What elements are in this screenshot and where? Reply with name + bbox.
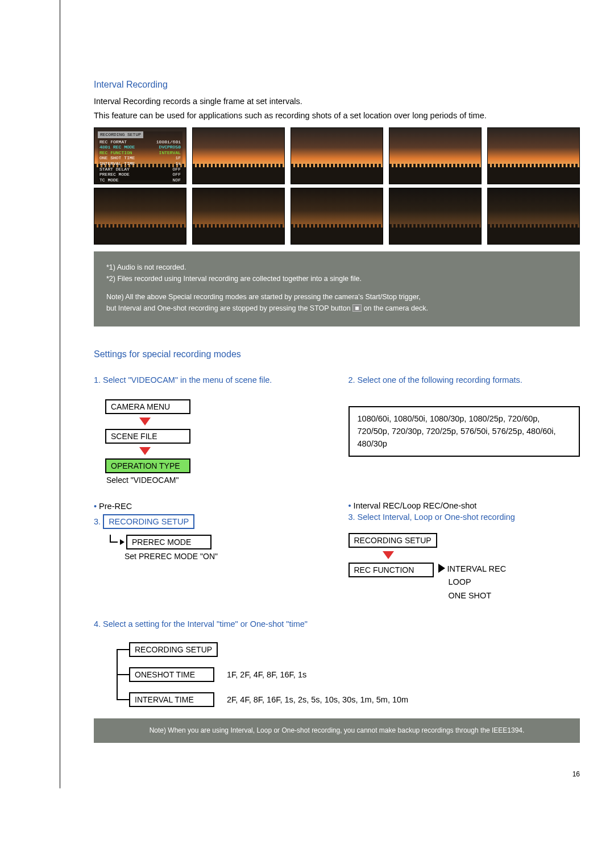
thumb-4 <box>389 127 482 184</box>
box-scene-file: SCENE FILE <box>105 429 190 444</box>
thumb-2 <box>192 127 285 184</box>
step3-bullet: Interval REC/Loop REC/One-shot <box>354 501 477 510</box>
interval-desc-2: This feature can be used for application… <box>94 110 580 122</box>
thumb-10 <box>487 188 580 245</box>
notes-box-2: Note) When you are using Interval, Loop … <box>94 718 580 743</box>
prerec-bullet: Pre-REC <box>99 502 132 511</box>
stop-button-icon <box>352 304 362 312</box>
step4-label: 4. Select a setting for the Interval "ti… <box>94 619 308 629</box>
box-prerec-mode: PREREC MODE <box>126 535 211 549</box>
elbow-connector <box>107 537 122 547</box>
note-3b: but Interval and One-shot recording are … <box>106 303 567 314</box>
box-recording-setup-1: RECORDING SETUP <box>103 514 194 529</box>
rec-function-options: INTERVAL REC LOOP ONE SHOT <box>438 563 507 602</box>
box-camera-menu: CAMERA MENU <box>105 399 190 414</box>
page-number: 16 <box>572 770 580 778</box>
osd-menu: RECORDING SETUP REC FORMAT1080i/60i480i … <box>98 131 182 180</box>
step3-label: 3. Select Interval, Loop or One-shot rec… <box>349 512 515 522</box>
box-recording-setup-2: RECORDING SETUP <box>349 533 437 548</box>
box-rec-function: REC FUNCTION <box>349 563 434 577</box>
thumb-8 <box>291 188 383 245</box>
step1-sub: Select "VIDEOCAM" <box>106 476 326 485</box>
box-oneshot-time: ONESHOT TIME <box>129 667 214 682</box>
interval-desc-1: Interval Recording records a single fram… <box>94 96 580 108</box>
notes-box-1: *1) Audio is not recorded. *2) Files rec… <box>94 251 580 326</box>
thumb-5 <box>487 127 580 184</box>
thumb-9 <box>389 188 482 245</box>
thumb-menu: RECORDING SETUP REC FORMAT1080i/60i480i … <box>94 127 186 184</box>
arrow-down-icon <box>139 418 151 425</box>
note-1: *1) Audio is not recorded. <box>106 262 567 273</box>
step2-label: 2. Select one of the following recording… <box>349 375 522 385</box>
step4-tree: RECORDING SETUP ONESHOT TIME 1F, 2F, 4F,… <box>117 642 580 707</box>
box-interval-time: INTERVAL TIME <box>129 692 214 707</box>
left-margin-rule <box>60 0 60 788</box>
interval-values: 2F, 4F, 8F, 16F, 1s, 2s, 5s, 10s, 30s, 1… <box>227 695 408 704</box>
note-3a: Note) All the above Special recording mo… <box>106 291 567 303</box>
timelapse-thumbnails: RECORDING SETUP REC FORMAT1080i/60i480i … <box>94 127 580 245</box>
box-operation-type: OPERATION TYPE <box>105 458 190 473</box>
heading-interval-recording: Interval Recording <box>94 80 580 90</box>
thumb-6 <box>94 188 186 245</box>
step1-label: 1. Select "VIDEOCAM" in the menu of scen… <box>94 375 272 385</box>
formats-list: 1080/60i, 1080/50i, 1080/30p, 1080/25p, … <box>349 406 580 457</box>
step1-path: CAMERA MENU SCENE FILE OPERATION TYPE Se… <box>105 399 326 485</box>
prerec-sub: Set PREREC MODE "ON" <box>125 552 326 561</box>
thumb-3 <box>291 127 383 184</box>
arrow-down-icon <box>383 551 394 559</box>
note-2: *2) Files recorded using Interval record… <box>106 273 567 284</box>
arrow-right-icon <box>438 564 445 573</box>
thumb-7 <box>192 188 285 245</box>
oneshot-values: 1F, 2F, 4F, 8F, 16F, 1s <box>227 670 306 679</box>
heading-settings-special: Settings for special recording modes <box>94 349 580 359</box>
arrow-down-icon <box>139 447 151 455</box>
box-recording-setup-3: RECORDING SETUP <box>129 642 218 657</box>
